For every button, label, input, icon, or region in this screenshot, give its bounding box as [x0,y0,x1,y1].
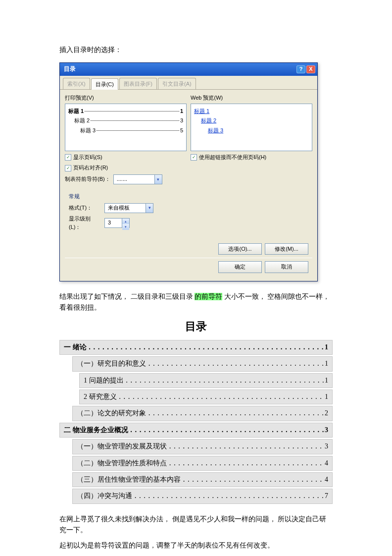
modify-button[interactable]: 修改(M)... [265,243,308,255]
toc-leader: ........................................… [128,426,324,435]
toc-row-page: 1 [324,342,328,353]
highlight-leader: 的前导符 [195,293,222,300]
toc-row-label: （三）居住性物业管理的基本内容 [77,474,181,485]
paragraph: 起初以为是前导符设置的问题，调整了半天的制表位不见有任何改变。 [59,540,333,551]
toc-row-label: 二 物业服务企业概况 [64,425,128,436]
tab-leader-label: 制表符前导符(B)： [65,175,110,184]
levels-spinner[interactable]: 3 ▴▾ [104,218,130,228]
right-align-label: 页码右对齐(R) [73,164,108,172]
toc-row-label: （一）物业管理的发展及现状 [77,441,167,452]
tab-citations[interactable]: 引文目录(A) [158,78,196,90]
toc-row-label: （四）冲突与沟通 [77,491,132,501]
paragraph: 在网上寻觅了很久未找到解决办法， 倒是遇见不少人和我一样的问题， 所以决定自己研… [59,514,333,536]
toc-row-label: （二）物业管理的性质和特点 [77,458,167,469]
toc-row-page: 3 [324,425,328,436]
dialog-tabs: 索引(X) 目录(C) 图表目录(F) 引文目录(A) [60,76,317,90]
spinner-down-icon[interactable]: ▾ [122,224,129,229]
levels-label: 显示级别(L)： [69,215,99,232]
show-page-numbers-checkbox[interactable]: ✓ [65,154,71,161]
pp-row-text: 标题 1 [68,107,84,116]
toc-row: （四）冲突与沟通................................… [72,489,333,503]
tab-figures[interactable]: 图表目录(F) [119,78,157,90]
options-button[interactable]: 选项(O)... [218,243,262,255]
toc-leader: ........................................… [167,442,324,451]
toc-row-page: 1 [324,391,328,402]
intro-text: 插入目录时的选择： [59,45,333,56]
close-button[interactable]: X [306,65,315,73]
toc-row: （三）居住性物业管理的基本内容.........................… [72,472,333,487]
toc-row-page: 4 [324,458,328,469]
toc-row: （二）物业管理的性质和特点...........................… [72,456,333,471]
web-link[interactable]: 标题 3 [208,126,309,135]
toc-result: 目录 一 绪论.................................… [59,318,333,504]
toc-leader: ........................................… [117,392,324,402]
general-section-title: 常规 [69,192,308,201]
hyperlinks-label: 使用超链接而不使用页码(H) [199,153,266,162]
toc-row-label: 2 研究意义 [84,391,117,402]
toc-leader: ........................................… [87,343,324,352]
toc-row: 2 研究意义..................................… [79,389,333,404]
toc-row-page: 7 [324,491,328,501]
tab-index[interactable]: 索引(X) [63,78,90,90]
print-preview-box: 标题 1 1 标题 2 3 标题 3 5 [65,104,187,151]
pp-row-page: 1 [180,107,183,116]
toc-row: （一）物业管理的发展及现状...........................… [72,439,333,454]
toc-leader: ........................................… [132,492,324,501]
toc-title: 目录 [59,318,333,335]
chevron-down-icon[interactable]: ▾ [146,204,153,213]
web-preview-label: Web 预览(W) [191,94,312,103]
tab-leader-combo[interactable]: ....... ▾ [113,174,162,184]
chevron-down-icon[interactable]: ▾ [154,175,162,184]
toc-row: 二 物业服务企业概况..............................… [59,423,333,438]
toc-row-page: 1 [324,358,328,369]
print-preview-label: 打印预览(V) [65,94,187,103]
toc-row-label: 一 绪论 [64,342,87,353]
pp-row-text: 标题 3 [80,126,96,135]
spinner-up-icon[interactable]: ▴ [122,219,129,224]
toc-leader: ........................................… [124,376,324,386]
toc-row: （二）论文的研究对象..............................… [72,406,333,421]
toc-row-label: （二）论文的研究对象 [77,408,146,419]
show-page-numbers-label: 显示页码(S) [73,153,102,162]
cancel-button[interactable]: 取消 [265,261,308,273]
toc-leader: ........................................… [146,409,324,418]
tab-toc[interactable]: 目录(C) [91,78,118,90]
toc-leader: ........................................… [181,475,324,485]
dialog-titlebar: 目录 ? X [60,63,317,75]
pp-row-page: 3 [180,116,183,125]
result-description: 结果出现了如下情况， 二级目录和三级目录 的前导符 大小不一致， 空格间隙也不一… [59,291,333,314]
toc-row-label: （一）研究目的和意义 [77,358,146,369]
help-button[interactable]: ? [296,65,305,73]
web-link[interactable]: 标题 1 [194,107,309,116]
toc-row-page: 3 [324,441,328,452]
toc-row-page: 2 [324,408,328,419]
pp-row-page: 5 [180,126,183,135]
toc-leader: ........................................… [167,459,324,468]
format-label: 格式(T)： [69,204,99,213]
format-combo[interactable]: 来自模板 ▾ [104,203,153,213]
web-link[interactable]: 标题 2 [201,116,309,125]
hyperlinks-checkbox[interactable]: ✓ [191,154,197,161]
toc-leader: ........................................… [146,359,324,369]
toc-row-page: 1 [324,375,328,386]
toc-row: 1 问题的提出.................................… [79,373,333,388]
pp-row-text: 标题 2 [74,116,90,125]
right-align-checkbox[interactable]: ✓ [65,165,71,171]
dialog-title: 目录 [62,64,295,74]
ok-button[interactable]: 确定 [218,261,262,273]
toc-row-page: 4 [324,474,328,485]
toc-row: （一）研究目的和意义..............................… [72,356,333,371]
toc-row-label: 1 问题的提出 [84,375,124,386]
toc-row: 一 绪论....................................… [59,340,333,355]
toc-dialog: 目录 ? X 索引(X) 目录(C) 图表目录(F) 引文目录(A) 打印预览(… [59,62,318,281]
web-preview-box: 标题 1 标题 2 标题 3 [191,104,312,151]
